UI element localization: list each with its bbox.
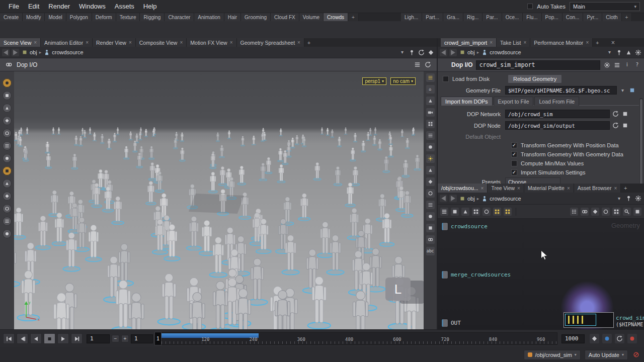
pane-tab-take-list[interactable]: Take List× bbox=[497, 38, 530, 47]
close-icon[interactable]: × bbox=[567, 186, 570, 191]
breadcrumb-node[interactable]: crowdsource bbox=[481, 49, 521, 56]
folder-tab-load-from-file[interactable]: Load From File bbox=[534, 97, 579, 106]
layout-icon[interactable] bbox=[602, 38, 608, 47]
menu-render[interactable]: Render bbox=[44, 3, 74, 10]
play-forward-button[interactable] bbox=[57, 333, 69, 344]
snap-grid-icon[interactable] bbox=[612, 208, 620, 216]
load-from-disk-checkbox[interactable] bbox=[443, 76, 449, 82]
context-path-selector[interactable]: /obj/crowd_sim ▾ bbox=[524, 350, 580, 360]
display-options-icon[interactable] bbox=[426, 235, 435, 244]
shelf-tab-flu-[interactable]: Flu... bbox=[523, 13, 541, 21]
presets-dropdown[interactable]: Choose bbox=[505, 177, 560, 184]
play-reverse-button[interactable] bbox=[30, 333, 42, 344]
close-icon[interactable]: × bbox=[34, 40, 37, 45]
breadcrumb-context[interactable]: obj bbox=[21, 49, 37, 56]
shading-icon[interactable] bbox=[426, 131, 435, 140]
frame-decrement-button[interactable]: − bbox=[112, 335, 119, 342]
op-chooser-icon[interactable] bbox=[621, 110, 629, 118]
camera-lock-icon[interactable] bbox=[426, 108, 435, 117]
update-mode-selector[interactable]: Auto Update ▾ bbox=[585, 350, 628, 360]
pane-tab-crowd-sim-import[interactable]: crowd_sim_import× bbox=[441, 38, 497, 47]
pin-icon[interactable] bbox=[408, 49, 416, 56]
network-tab-asset-browser[interactable]: Asset Browser× bbox=[574, 184, 621, 193]
chevron-down-icon[interactable]: ▾ bbox=[606, 49, 613, 56]
color-swatch-icon[interactable] bbox=[504, 208, 512, 216]
interrupt-icon[interactable] bbox=[632, 351, 640, 359]
menu-assets[interactable]: Assets bbox=[110, 3, 139, 10]
view-tool-icon[interactable] bbox=[3, 78, 12, 87]
toggle-checkbox-transform-geometry-with-position-data[interactable]: ✓ bbox=[511, 142, 517, 148]
pane-tab-composite-view[interactable]: Composite View× bbox=[136, 38, 187, 47]
toggle-checkbox-transform-geometry-with-geometry-data[interactable]: ✓ bbox=[511, 151, 517, 157]
shelf-tab-create[interactable]: Create bbox=[0, 13, 23, 21]
breadcrumb-context[interactable]: obj bbox=[459, 195, 475, 202]
chevron-down-icon[interactable]: ▾ bbox=[398, 49, 406, 56]
connections-icon[interactable] bbox=[581, 208, 589, 216]
frame-all-icon[interactable] bbox=[633, 208, 641, 216]
pane-tab-performance-monitor[interactable]: Performance Monitor× bbox=[530, 38, 593, 47]
shelf-tab-ligh-[interactable]: Ligh... bbox=[401, 13, 422, 21]
shelf-tab-part-[interactable]: Part... bbox=[422, 13, 443, 21]
node-name-field[interactable]: crowd_sim_import bbox=[476, 60, 600, 70]
dop-node-field[interactable]: /obj/crowd_sim/output bbox=[505, 121, 610, 130]
camera-lock-menu[interactable]: no cam ▾ bbox=[390, 77, 416, 85]
lighting-icon[interactable] bbox=[426, 154, 435, 163]
stow-bars-icon[interactable] bbox=[426, 73, 435, 82]
close-icon[interactable]: × bbox=[86, 40, 89, 45]
sync-icon[interactable] bbox=[418, 49, 425, 56]
frame-view-icon[interactable] bbox=[426, 97, 435, 105]
pin-icon[interactable] bbox=[615, 49, 623, 56]
populate-brush-icon[interactable] bbox=[3, 166, 12, 175]
shelf-add-tab-button[interactable]: + bbox=[622, 13, 632, 21]
menu-windows[interactable]: Windows bbox=[74, 3, 110, 10]
nav-back-button[interactable] bbox=[440, 195, 447, 202]
shelf-tab-gra-[interactable]: Gra... bbox=[443, 13, 463, 21]
points-icon[interactable] bbox=[426, 189, 435, 198]
shelf-tab-modify[interactable]: Modify bbox=[23, 13, 45, 21]
increment-field[interactable]: 1 bbox=[131, 334, 153, 343]
folder-tab-import-from-dops[interactable]: Import from DOPs bbox=[441, 97, 493, 106]
translate-tool-icon[interactable] bbox=[3, 104, 12, 113]
abc-overlay-icon[interactable]: abc bbox=[426, 247, 435, 255]
toggle-checkbox-compute-min-max-values[interactable] bbox=[511, 160, 517, 166]
shelf-tab-volume[interactable]: Volume bbox=[299, 13, 324, 21]
new-tab-button[interactable]: + bbox=[593, 38, 602, 47]
close-icon[interactable]: × bbox=[297, 40, 300, 45]
current-frame-marker[interactable]: 1 bbox=[154, 332, 162, 345]
paint-tool-icon[interactable] bbox=[3, 179, 12, 188]
normals-icon[interactable] bbox=[426, 201, 435, 209]
new-tab-button[interactable]: + bbox=[621, 184, 630, 193]
nav-forward-button[interactable] bbox=[12, 49, 19, 56]
network-editor-canvas[interactable]: Geometry crowd_sim ($HIPNAME crowdsource… bbox=[438, 219, 644, 329]
grid-view-icon[interactable] bbox=[472, 208, 480, 216]
auto-takes-checkbox[interactable] bbox=[527, 4, 533, 9]
close-icon[interactable]: × bbox=[129, 40, 132, 45]
network-overview-map[interactable] bbox=[564, 312, 614, 328]
take-selector[interactable]: Main ▾ bbox=[570, 2, 640, 11]
nav-back-button[interactable] bbox=[440, 49, 447, 56]
shelf-tab-texture[interactable]: Texture bbox=[116, 13, 140, 21]
display-icon[interactable] bbox=[427, 49, 435, 56]
timeline-ruler[interactable]: 1 120240360480600720840960 bbox=[157, 332, 557, 345]
network-tab-material-palette[interactable]: Material Palette× bbox=[524, 184, 574, 193]
network-node-out[interactable]: OUT bbox=[442, 319, 461, 327]
close-icon[interactable]: × bbox=[517, 186, 520, 191]
menu-bars-icon[interactable] bbox=[414, 61, 421, 68]
close-icon[interactable]: × bbox=[614, 186, 617, 191]
dop-network-field[interactable]: /obj/crowd_sim bbox=[505, 110, 610, 118]
close-icon[interactable]: × bbox=[608, 38, 618, 47]
shadows-icon[interactable] bbox=[426, 166, 435, 174]
viewport-canvas[interactable]: persp1 ▾ no cam ▾ y x L bbox=[14, 71, 424, 329]
list-view-icon[interactable] bbox=[440, 208, 448, 216]
close-icon[interactable]: × bbox=[180, 40, 183, 45]
network-node-crowdsource[interactable]: crowdsource bbox=[442, 223, 488, 230]
breadcrumb-node[interactable]: crowdsource bbox=[481, 195, 521, 202]
op-chooser-icon[interactable] bbox=[621, 122, 629, 129]
close-icon[interactable]: × bbox=[490, 40, 493, 45]
step-back-button[interactable] bbox=[17, 333, 28, 344]
nav-forward-button[interactable] bbox=[449, 195, 457, 202]
geometry-file-field[interactable]: $HIP/geo/$HIPNAME.$OS.$F.bgeo.sc bbox=[505, 86, 617, 95]
sculpt-tool-icon[interactable] bbox=[3, 192, 12, 201]
nav-back-button[interactable] bbox=[2, 49, 10, 56]
gear-icon[interactable] bbox=[634, 49, 642, 56]
